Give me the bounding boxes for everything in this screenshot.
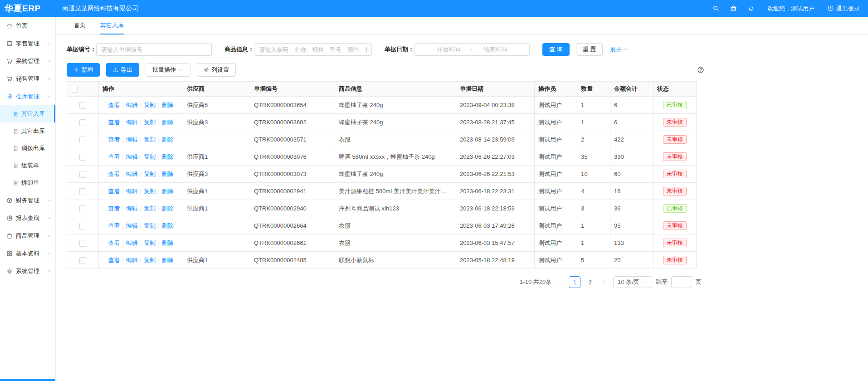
bill-no-cell: QTRK00000003076 xyxy=(250,148,335,166)
operator-cell: 测试用户 xyxy=(535,148,577,166)
reset-button[interactable]: 重 置 xyxy=(576,43,603,56)
sidebar-item-purchase[interactable]: 采购管理 xyxy=(0,52,55,70)
edit-link[interactable]: 编辑 xyxy=(126,205,138,212)
row-checkbox[interactable] xyxy=(79,154,86,161)
delete-link[interactable]: 删除 xyxy=(162,153,174,160)
help-icon[interactable] xyxy=(697,66,704,73)
sidebar-subitem-disassembly[interactable]: 拆卸单 xyxy=(0,174,55,191)
edit-link[interactable]: 编辑 xyxy=(126,153,138,160)
edit-link[interactable]: 编辑 xyxy=(126,239,138,246)
search-icon[interactable] xyxy=(712,5,719,12)
bill-no-input[interactable] xyxy=(96,43,212,56)
view-link[interactable]: 查看 xyxy=(108,119,120,126)
row-checkbox[interactable] xyxy=(79,171,86,178)
delete-link[interactable]: 删除 xyxy=(162,257,174,264)
page-2-button[interactable]: 2 xyxy=(584,276,596,288)
sidebar-item-system[interactable]: 系统管理 xyxy=(0,262,55,280)
copy-link[interactable]: 复制 xyxy=(144,102,156,108)
column-settings-button[interactable]: 列设置 xyxy=(197,63,236,77)
delete-link[interactable]: 删除 xyxy=(162,119,174,126)
row-checkbox[interactable] xyxy=(79,223,86,230)
sidebar-item-basic[interactable]: 基本资料 xyxy=(0,244,55,262)
edit-link[interactable]: 编辑 xyxy=(126,171,138,177)
page-1-button[interactable]: 1 xyxy=(569,276,580,288)
copy-link[interactable]: 复制 xyxy=(144,257,156,264)
edit-link[interactable]: 编辑 xyxy=(126,188,138,195)
next-page-button[interactable] xyxy=(600,276,610,288)
sidebar-item-retail[interactable]: 零售管理 xyxy=(0,34,55,52)
date-cell: 2023-05-18 22:48:19 xyxy=(456,252,535,269)
date-range-picker[interactable]: 开始时间 ~ 结束时间 xyxy=(414,43,530,56)
tab-other-inbound[interactable]: 其它入库 xyxy=(100,17,124,34)
row-checkbox[interactable] xyxy=(79,205,86,212)
prev-page-button[interactable] xyxy=(555,276,565,288)
logout-button[interactable]: 退出登录 xyxy=(827,5,860,13)
view-link[interactable]: 查看 xyxy=(108,102,120,108)
edit-link[interactable]: 编辑 xyxy=(126,136,138,143)
sidebar-subitem-other-outbound[interactable]: 其它出库 xyxy=(0,122,55,140)
sidebar-item-sales[interactable]: 销售管理 xyxy=(0,70,55,88)
sidebar-subitem-transfer-outbound[interactable]: 调拨出库 xyxy=(0,140,55,157)
view-link[interactable]: 查看 xyxy=(108,153,120,160)
batch-actions-button[interactable]: 批量操作 xyxy=(146,63,190,77)
row-checkbox[interactable] xyxy=(79,102,86,109)
copy-link[interactable]: 复制 xyxy=(144,136,156,143)
row-checkbox[interactable] xyxy=(79,137,86,143)
chevron-up-icon xyxy=(47,94,52,99)
view-link[interactable]: 查看 xyxy=(108,205,120,212)
delete-link[interactable]: 删除 xyxy=(162,136,174,143)
add-button[interactable]: 新增 xyxy=(67,63,100,77)
jump-page-input[interactable] xyxy=(671,276,692,288)
doc-icon xyxy=(13,111,19,117)
edit-link[interactable]: 编辑 xyxy=(126,222,138,229)
view-link[interactable]: 查看 xyxy=(108,257,120,264)
select-all-checkbox[interactable] xyxy=(71,86,78,93)
copy-link[interactable]: 复制 xyxy=(144,239,156,246)
edit-link[interactable]: 编辑 xyxy=(126,102,138,108)
sidebar-item-goods[interactable]: 商品管理 xyxy=(0,227,55,244)
view-link[interactable]: 查看 xyxy=(108,239,120,246)
copy-link[interactable]: 复制 xyxy=(144,188,156,195)
sidebar-subitem-assembly[interactable]: 组装单 xyxy=(0,157,55,174)
expand-link[interactable]: 展开 xyxy=(610,45,628,54)
row-checkbox[interactable] xyxy=(79,257,86,264)
bill-no-cell: QTRK00000002485 xyxy=(250,252,335,269)
row-checkbox[interactable] xyxy=(79,119,86,126)
delete-link[interactable]: 删除 xyxy=(162,102,174,108)
sidebar-item-home[interactable]: 首页 xyxy=(0,17,55,34)
goods-cell: 序列号商品测试 xlh123 xyxy=(335,200,456,217)
action-divider: | xyxy=(140,188,141,195)
row-checkbox[interactable] xyxy=(79,188,86,195)
delete-link[interactable]: 删除 xyxy=(162,205,174,212)
action-divider: | xyxy=(158,102,159,108)
sidebar-subitem-other-inbound[interactable]: 其它入库 xyxy=(0,105,55,122)
sidebar-item-report[interactable]: 报表查询 xyxy=(0,209,55,227)
platform-icon[interactable] xyxy=(730,5,737,12)
sidebar-item-finance[interactable]: 财务管理 xyxy=(0,191,55,209)
view-link[interactable]: 查看 xyxy=(108,171,120,177)
row-checkbox[interactable] xyxy=(79,240,86,247)
copy-link[interactable]: 复制 xyxy=(144,205,156,212)
export-button[interactable]: 导出 xyxy=(106,63,139,77)
delete-link[interactable]: 删除 xyxy=(162,188,174,195)
copy-link[interactable]: 复制 xyxy=(144,222,156,229)
table-row: 查看|编辑|复制|删除供应商1QTRK00000003076啤酒 580ml x… xyxy=(67,148,697,166)
delete-link[interactable]: 删除 xyxy=(162,171,174,177)
welcome-user[interactable]: 欢迎您，测试用户 xyxy=(767,5,814,13)
copy-link[interactable]: 复制 xyxy=(144,171,156,177)
edit-link[interactable]: 编辑 xyxy=(126,257,138,264)
tab-home[interactable]: 首页 xyxy=(74,17,86,34)
view-link[interactable]: 查看 xyxy=(108,188,120,195)
goods-info-input[interactable] xyxy=(254,43,372,56)
view-link[interactable]: 查看 xyxy=(108,222,120,229)
delete-link[interactable]: 删除 xyxy=(162,239,174,246)
delete-link[interactable]: 删除 xyxy=(162,222,174,229)
view-link[interactable]: 查看 xyxy=(108,136,120,143)
bell-icon[interactable] xyxy=(748,5,755,12)
page-size-select[interactable]: 10 条/页 xyxy=(613,276,652,288)
sidebar-item-warehouse[interactable]: 仓库管理 xyxy=(0,88,55,105)
copy-link[interactable]: 复制 xyxy=(144,119,156,126)
edit-link[interactable]: 编辑 xyxy=(126,119,138,126)
search-button[interactable]: 查 询 xyxy=(542,43,570,56)
copy-link[interactable]: 复制 xyxy=(144,153,156,160)
